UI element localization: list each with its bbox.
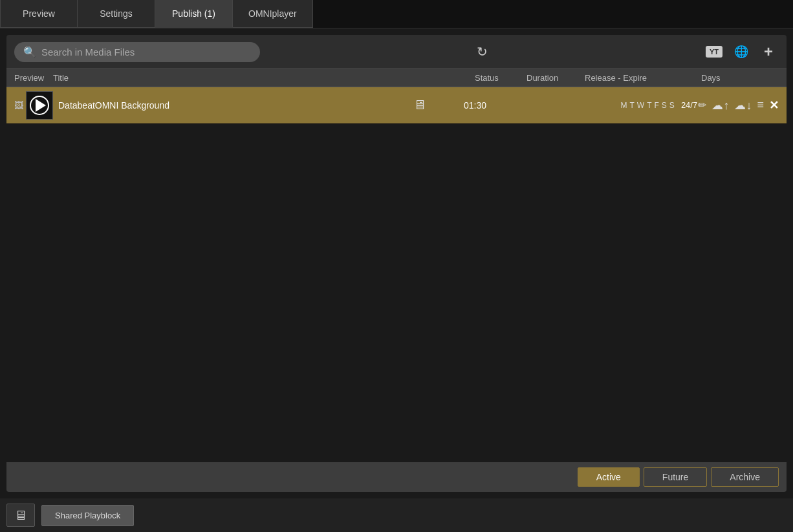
day-s1: S <box>662 101 667 110</box>
preview-thumb[interactable] <box>26 91 53 120</box>
add-button[interactable]: + <box>758 41 779 62</box>
day-t2: T <box>647 101 651 110</box>
col-duration: Duration <box>527 73 585 83</box>
row-duration: 01:30 <box>446 100 504 111</box>
col-release: Release - Expire <box>585 73 701 83</box>
edit-icon[interactable]: ✏ <box>698 99 706 111</box>
bottom-bar: Active Future Archive <box>6 462 787 492</box>
search-icon: 🔍 <box>23 46 36 58</box>
day-m: M <box>620 101 627 110</box>
table-header: Preview Title Status Duration Release - … <box>6 69 787 87</box>
table-row: 🖼 DatabeatOMNI Background 🖥 01:30 M <box>6 87 787 123</box>
filter-archive-button[interactable]: Archive <box>711 467 779 487</box>
youtube-button[interactable]: YT <box>704 41 724 62</box>
refresh-button[interactable]: ↻ <box>477 44 488 59</box>
col-preview: Preview <box>14 73 53 83</box>
table-content: 🖼 DatabeatOMNI Background 🖥 01:30 M <box>6 87 787 462</box>
cloud-upload-icon[interactable]: ☁↑ <box>712 98 729 112</box>
list-icon[interactable]: ≡ <box>757 98 764 112</box>
day-w: W <box>637 101 644 110</box>
col-status: Status <box>475 73 527 83</box>
col-days: Days <box>701 73 779 83</box>
row-status: 🖥 <box>394 98 446 112</box>
row-actions: ✏ ☁↑ ☁↓ ≡ ✕ <box>698 98 779 112</box>
filter-active-button[interactable]: Active <box>578 467 640 487</box>
day-t1: T <box>629 101 634 110</box>
cloud-download-icon[interactable]: ☁↓ <box>734 98 752 112</box>
shared-playblock-button[interactable]: Shared Playblock <box>41 505 134 526</box>
row-title: DatabeatOMNI Background <box>53 100 394 111</box>
row-preview-cell: 🖼 <box>14 91 53 120</box>
play-circle <box>30 96 49 115</box>
day-s2: S <box>669 101 675 110</box>
globe-icon: 🌐 <box>734 45 748 59</box>
play-icon <box>36 99 46 112</box>
tab-omniplayer[interactable]: OMNIplayer <box>233 0 313 28</box>
day-f: F <box>655 101 659 110</box>
tab-settings[interactable]: Settings <box>78 0 155 28</box>
globe-button[interactable]: 🌐 <box>731 41 752 62</box>
col-title: Title <box>53 73 475 83</box>
schedule-label: 24/7 <box>681 100 697 110</box>
footer-bar: 🖥 Shared Playblock <box>0 498 793 532</box>
add-icon: + <box>764 43 773 61</box>
tab-preview[interactable]: Preview <box>0 0 78 28</box>
tab-publish[interactable]: Publish (1) <box>155 0 233 28</box>
monitor-button[interactable]: 🖥 <box>6 504 35 527</box>
remove-icon[interactable]: ✕ <box>769 98 779 112</box>
search-center: ↻ <box>260 44 704 59</box>
main-area: 🔍 ↻ YT 🌐 + Preview Title Status Duration… <box>6 35 787 492</box>
search-right: YT 🌐 + <box>704 41 779 62</box>
search-row: 🔍 ↻ YT 🌐 + <box>6 35 787 69</box>
tab-bar: Preview Settings Publish (1) OMNIplayer <box>0 0 793 28</box>
preview-image-icon: 🖼 <box>14 100 23 111</box>
search-input[interactable] <box>41 47 223 58</box>
row-days: M T W T F S S 24/7 <box>620 100 698 110</box>
youtube-icon: YT <box>706 46 722 58</box>
status-icon: 🖥 <box>413 98 426 112</box>
monitor-icon: 🖥 <box>14 508 27 523</box>
search-box: 🔍 <box>14 42 260 62</box>
filter-future-button[interactable]: Future <box>644 467 707 487</box>
